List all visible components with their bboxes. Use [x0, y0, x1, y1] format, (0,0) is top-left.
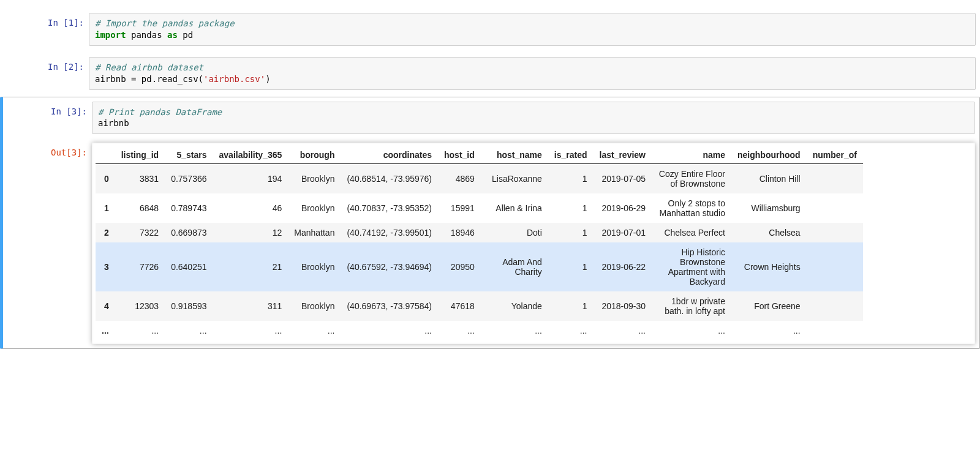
col-5-stars: 5_stars	[165, 146, 213, 164]
cell-name: Hip Historic Brownstone Apartment with B…	[652, 242, 731, 291]
row-index: 1	[96, 193, 115, 223]
cell-five_stars: 0.757366	[165, 164, 213, 194]
col-last-review: last_review	[594, 146, 652, 164]
cell-borough: Brooklyn	[288, 242, 341, 291]
input-prompt-2: In [2]:	[0, 57, 89, 72]
cell-neigh: Chelsea	[731, 223, 807, 242]
input-prompt-3: In [3]:	[3, 102, 92, 116]
table-row: ....................................	[96, 321, 863, 340]
cell-neigh: Crown Heights	[731, 242, 807, 291]
cell-last_review: 2018-09-30	[594, 291, 652, 321]
cell-last_review: 2019-07-05	[594, 164, 652, 194]
cell-3[interactable]: In [3]: # Print pandas DataFrame airbnb …	[0, 97, 980, 350]
output-area-3[interactable]: listing_id 5_stars availability_365 boro…	[92, 143, 975, 344]
col-availability-365: availability_365	[213, 146, 288, 164]
cell-coords: (40.69673, -73.97584)	[341, 291, 438, 321]
cell-borough: ...	[288, 321, 341, 340]
row-index: 0	[96, 164, 115, 194]
table-row: 168480.78974346Brooklyn(40.70837, -73.95…	[96, 193, 863, 223]
cell-coords: (40.70837, -73.95352)	[341, 193, 438, 223]
cell-neigh: Fort Greene	[731, 291, 807, 321]
cell-name: ...	[652, 321, 731, 340]
cell-listing_id: 6848	[115, 193, 165, 223]
cell-host_name: Doti	[481, 223, 548, 242]
code-input-1[interactable]: # Import the pandas package import panda…	[89, 13, 976, 46]
cell-1[interactable]: In [1]: # Import the pandas package impo…	[0, 9, 980, 50]
col-host-id: host_id	[438, 146, 481, 164]
table-row: 038310.757366194Brooklyn(40.68514, -73.9…	[96, 164, 863, 194]
cell-name: Cozy Entire Floor of Brownstone	[652, 164, 731, 194]
cell-listing_id: 12303	[115, 291, 165, 321]
cell-avail: 21	[213, 242, 288, 291]
col-name: name	[652, 146, 731, 164]
code-input-2[interactable]: # Read airbnb dataset airbnb = pd.read_c…	[89, 57, 976, 90]
cell-is_rated: 1	[548, 164, 594, 194]
col-neighbourhood: neighbourhood	[731, 146, 807, 164]
cell-name: Chelsea Perfect	[652, 223, 731, 242]
cell-last_review: 2019-06-29	[594, 193, 652, 223]
cell-avail: 46	[213, 193, 288, 223]
cell-five_stars: 0.669873	[165, 223, 213, 242]
cell-2[interactable]: In [2]: # Read airbnb dataset airbnb = p…	[0, 53, 980, 94]
cell-host_id: 4869	[438, 164, 481, 194]
cell-listing_id: 7322	[115, 223, 165, 242]
cell-borough: Manhattan	[288, 223, 341, 242]
cell-listing_id: ...	[115, 321, 165, 340]
table-row: 273220.66987312Manhattan(40.74192, -73.9…	[96, 223, 863, 242]
col-listing-id: listing_id	[115, 146, 165, 164]
cell-host_id: 47618	[438, 291, 481, 321]
cell-five_stars: 0.918593	[165, 291, 213, 321]
cell-avail: ...	[213, 321, 288, 340]
cell-host_id: ...	[438, 321, 481, 340]
row-index: 4	[96, 291, 115, 321]
cell-five_stars: ...	[165, 321, 213, 340]
cell-name: Only 2 stops to Manhattan studio	[652, 193, 731, 223]
cell-host_name: ...	[481, 321, 548, 340]
cell-coords: ...	[341, 321, 438, 340]
output-3: Out[3]: listing_id 5_stars availability_…	[3, 141, 976, 345]
cell-number_of	[807, 321, 863, 340]
cell-five_stars: 0.789743	[165, 193, 213, 223]
cell-number_of	[807, 164, 863, 194]
cell-five_stars: 0.640251	[165, 242, 213, 291]
col-host-name: host_name	[481, 146, 548, 164]
table-header-row: listing_id 5_stars availability_365 boro…	[96, 146, 863, 164]
table-row: 377260.64025121Brooklyn(40.67592, -73.94…	[96, 242, 863, 291]
cell-number_of	[807, 193, 863, 223]
cell-number_of	[807, 223, 863, 242]
row-index: 3	[96, 242, 115, 291]
cell-host_id: 15991	[438, 193, 481, 223]
cell-borough: Brooklyn	[288, 164, 341, 194]
cell-host_name: Yolande	[481, 291, 548, 321]
cell-last_review: 2019-06-22	[594, 242, 652, 291]
cell-last_review: 2019-07-01	[594, 223, 652, 242]
cell-coords: (40.67592, -73.94694)	[341, 242, 438, 291]
cell-is_rated: ...	[548, 321, 594, 340]
row-index: 2	[96, 223, 115, 242]
cell-neigh: Clinton Hill	[731, 164, 807, 194]
cell-is_rated: 1	[548, 223, 594, 242]
code-input-3[interactable]: # Print pandas DataFrame airbnb	[92, 102, 975, 135]
col-is-rated: is_rated	[548, 146, 594, 164]
cell-listing_id: 3831	[115, 164, 165, 194]
cell-host_id: 20950	[438, 242, 481, 291]
cell-neigh: Williamsburg	[731, 193, 807, 223]
output-prompt-3: Out[3]:	[3, 143, 92, 157]
cell-avail: 311	[213, 291, 288, 321]
cell-neigh: ...	[731, 321, 807, 340]
input-prompt-1: In [1]:	[0, 13, 89, 28]
cell-avail: 194	[213, 164, 288, 194]
col-number-of: number_of	[807, 146, 863, 164]
table-row: 4123030.918593311Brooklyn(40.69673, -73.…	[96, 291, 863, 321]
cell-avail: 12	[213, 223, 288, 242]
cell-borough: Brooklyn	[288, 291, 341, 321]
cell-number_of	[807, 291, 863, 321]
cell-listing_id: 7726	[115, 242, 165, 291]
cell-host_name: Allen & Irina	[481, 193, 548, 223]
cell-coords: (40.68514, -73.95976)	[341, 164, 438, 194]
cell-borough: Brooklyn	[288, 193, 341, 223]
notebook: In [1]: # Import the pandas package impo…	[0, 6, 980, 351]
cell-last_review: ...	[594, 321, 652, 340]
cell-host_id: 18946	[438, 223, 481, 242]
cell-number_of	[807, 242, 863, 291]
